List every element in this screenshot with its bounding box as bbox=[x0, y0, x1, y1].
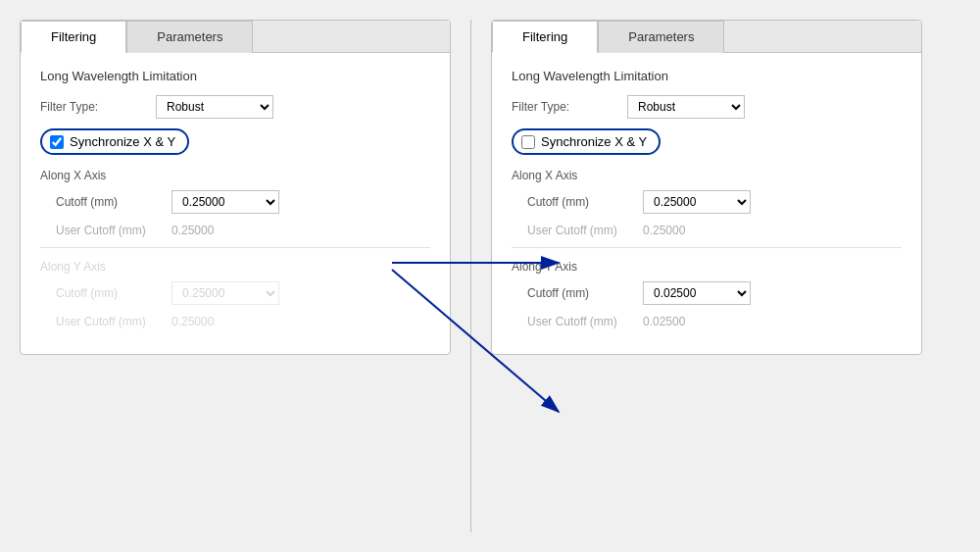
right-x-cutoff-label: Cutoff (mm) bbox=[527, 195, 635, 209]
right-long-wavelength-title: Long Wavelength Limitation bbox=[512, 69, 902, 83]
right-x-indent: Cutoff (mm) 0.25000 User Cutoff (mm) 0.2… bbox=[512, 190, 902, 237]
left-long-wavelength-title: Long Wavelength Limitation bbox=[40, 69, 430, 83]
right-x-cutoff-select[interactable]: 0.25000 bbox=[643, 190, 751, 214]
left-filter-type-row: Filter Type: Robust bbox=[40, 95, 430, 119]
left-sync-row: Synchronize X & Y bbox=[40, 128, 430, 155]
right-sync-checkbox[interactable] bbox=[521, 135, 535, 149]
right-y-user-cutoff-value: 0.02500 bbox=[643, 315, 721, 328]
left-x-cutoff-label: Cutoff (mm) bbox=[56, 195, 164, 209]
right-y-axis-section: Along Y Axis Cutoff (mm) 0.02500 User Cu… bbox=[512, 260, 902, 328]
right-y-axis-title: Along Y Axis bbox=[512, 260, 902, 274]
right-y-indent: Cutoff (mm) 0.02500 User Cutoff (mm) 0.0… bbox=[512, 281, 902, 328]
right-tab-filtering[interactable]: Filtering bbox=[492, 21, 598, 53]
left-x-user-cutoff-value: 0.25000 bbox=[172, 224, 250, 237]
left-filter-type-select[interactable]: Robust bbox=[156, 95, 273, 119]
right-y-cutoff-label: Cutoff (mm) bbox=[527, 286, 635, 300]
left-y-axis-title: Along Y Axis bbox=[40, 260, 430, 274]
right-filter-type-label: Filter Type: bbox=[512, 100, 619, 114]
left-y-cutoff-label: Cutoff (mm) bbox=[56, 286, 164, 300]
right-x-axis-section: Along X Axis Cutoff (mm) 0.25000 User Cu… bbox=[512, 169, 902, 237]
right-panel-content: Long Wavelength Limitation Filter Type: … bbox=[492, 53, 921, 354]
left-tab-parameters[interactable]: Parameters bbox=[126, 21, 253, 53]
left-sync-checkbox[interactable] bbox=[50, 135, 64, 149]
right-x-axis-title: Along X Axis bbox=[512, 169, 902, 182]
left-x-indent: Cutoff (mm) 0.25000 User Cutoff (mm) 0.2… bbox=[40, 190, 430, 237]
left-x-axis-title: Along X Axis bbox=[40, 169, 430, 182]
main-container: Filtering Parameters Long Wavelength Lim… bbox=[0, 0, 980, 552]
right-y-user-cutoff-label: User Cutoff (mm) bbox=[527, 315, 635, 328]
left-y-cutoff-select[interactable]: 0.25000 bbox=[172, 281, 279, 305]
right-y-user-cutoff-row: User Cutoff (mm) 0.02500 bbox=[527, 315, 902, 328]
left-x-axis-section: Along X Axis Cutoff (mm) 0.25000 User Cu… bbox=[40, 169, 430, 237]
left-x-user-cutoff-row: User Cutoff (mm) 0.25000 bbox=[56, 224, 430, 237]
right-filter-type-row: Filter Type: Robust bbox=[512, 95, 902, 119]
left-x-user-cutoff-label: User Cutoff (mm) bbox=[56, 224, 164, 237]
left-y-user-cutoff-value: 0.25000 bbox=[172, 315, 250, 328]
right-sync-row: Synchronize X & Y bbox=[512, 128, 902, 155]
panel-separator bbox=[470, 20, 471, 532]
left-x-cutoff-select[interactable]: 0.25000 bbox=[172, 190, 279, 214]
right-tabs: Filtering Parameters bbox=[492, 21, 921, 53]
left-y-cutoff-row: Cutoff (mm) 0.25000 bbox=[56, 281, 430, 305]
right-x-user-cutoff-label: User Cutoff (mm) bbox=[527, 224, 635, 237]
left-y-axis-section: Along Y Axis Cutoff (mm) 0.25000 User Cu… bbox=[40, 260, 430, 328]
left-tabs: Filtering Parameters bbox=[21, 21, 450, 53]
right-filter-type-select[interactable]: Robust bbox=[627, 95, 745, 119]
left-panel: Filtering Parameters Long Wavelength Lim… bbox=[20, 20, 451, 355]
separator-container bbox=[461, 0, 481, 552]
left-sync-oval: Synchronize X & Y bbox=[40, 128, 189, 155]
right-x-cutoff-row: Cutoff (mm) 0.25000 bbox=[527, 190, 902, 214]
right-x-user-cutoff-value: 0.25000 bbox=[643, 224, 721, 237]
right-sync-label: Synchronize X & Y bbox=[541, 134, 647, 149]
left-tab-filtering[interactable]: Filtering bbox=[21, 21, 126, 53]
right-x-user-cutoff-row: User Cutoff (mm) 0.25000 bbox=[527, 224, 902, 237]
left-y-indent: Cutoff (mm) 0.25000 User Cutoff (mm) 0.2… bbox=[40, 281, 430, 328]
left-y-user-cutoff-label: User Cutoff (mm) bbox=[56, 315, 164, 328]
left-filter-type-label: Filter Type: bbox=[40, 100, 148, 114]
left-panel-content: Long Wavelength Limitation Filter Type: … bbox=[21, 53, 450, 354]
right-sync-oval: Synchronize X & Y bbox=[512, 128, 661, 155]
right-y-cutoff-row: Cutoff (mm) 0.02500 bbox=[527, 281, 902, 305]
right-y-cutoff-select[interactable]: 0.02500 bbox=[643, 281, 751, 305]
right-tab-parameters[interactable]: Parameters bbox=[598, 21, 724, 53]
left-y-user-cutoff-row: User Cutoff (mm) 0.25000 bbox=[56, 315, 430, 328]
left-sync-label: Synchronize X & Y bbox=[70, 134, 175, 149]
left-x-cutoff-row: Cutoff (mm) 0.25000 bbox=[56, 190, 430, 214]
right-panel: Filtering Parameters Long Wavelength Lim… bbox=[491, 20, 922, 355]
